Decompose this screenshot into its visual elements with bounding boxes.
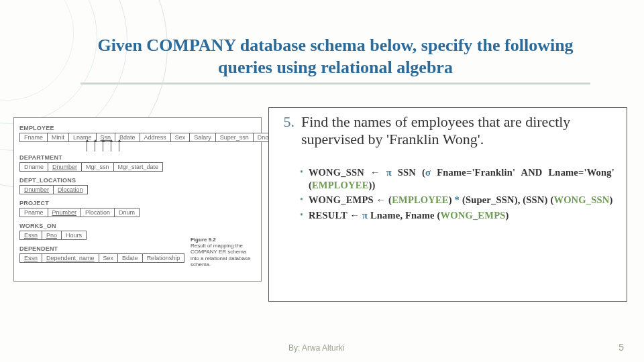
table-row: Essn Dependent_name Sex Bdate Relationsh…: [19, 253, 184, 263]
table-row: Pname Pnumber Plocation Dnum: [19, 208, 140, 217]
question-row: 5. Find the names of employees that are …: [278, 113, 614, 149]
table-name-works-on: WORKS_ON: [19, 223, 256, 229]
algebra-line-1: WONG_SSN ← π SSN (σ Fname='Franklin' AND…: [309, 166, 614, 192]
title-underline: [80, 82, 590, 84]
footer-page-number: 5: [619, 342, 624, 353]
list-item: • RESULT ← π Lname, Fname (WONG_EMPS): [300, 209, 614, 222]
table-name-department: DEPARTMENT: [19, 154, 256, 161]
schema-diagram: EMPLOYEE Fname Minit Lname Ssn Bdate Add…: [13, 117, 262, 282]
question-number: 5.: [278, 113, 294, 149]
bullet-icon: •: [300, 194, 303, 206]
table-row: Essn Pno Hours: [19, 231, 87, 240]
table-row: Dnumber Dlocation: [19, 185, 88, 194]
footer-author: By: Arwa Alturki: [288, 343, 344, 353]
algebra-list: • WONG_SSN ← π SSN (σ Fname='Franklin' A…: [278, 166, 614, 222]
algebra-line-2: WONG_EMPS ← (EMPLOYEE) * (Super_SSN), (S…: [309, 194, 614, 206]
table-name-employee: EMPLOYEE: [19, 125, 256, 131]
table-row: Dname Dnumber Mgr_ssn Mgr_start_date: [19, 162, 163, 172]
figure-caption: Figure 9.2 Result of mapping the COMPANY…: [191, 237, 254, 267]
table-name-dept-locations: DEPT_LOCATIONS: [19, 177, 256, 184]
list-item: • WONG_SSN ← π SSN (σ Fname='Franklin' A…: [300, 166, 614, 192]
title-text: Given COMPANY database schema below, spe…: [80, 35, 590, 78]
question-text: Find the names of employees that are dir…: [301, 113, 614, 149]
algebra-line-3: RESULT ← π Lname, Fname (WONG_EMPS): [309, 209, 614, 222]
bullet-icon: •: [300, 209, 303, 222]
slide-title: Given COMPANY database schema below, spe…: [80, 35, 590, 84]
table-row: Fname Minit Lname Ssn Bdate Address Sex …: [19, 133, 273, 142]
list-item: • WONG_EMPS ← (EMPLOYEE) * (Super_SSN), …: [300, 194, 614, 206]
bullet-icon: •: [300, 166, 303, 192]
content-box: 5. Find the names of employees that are …: [268, 107, 627, 302]
table-name-project: PROJECT: [19, 200, 256, 206]
